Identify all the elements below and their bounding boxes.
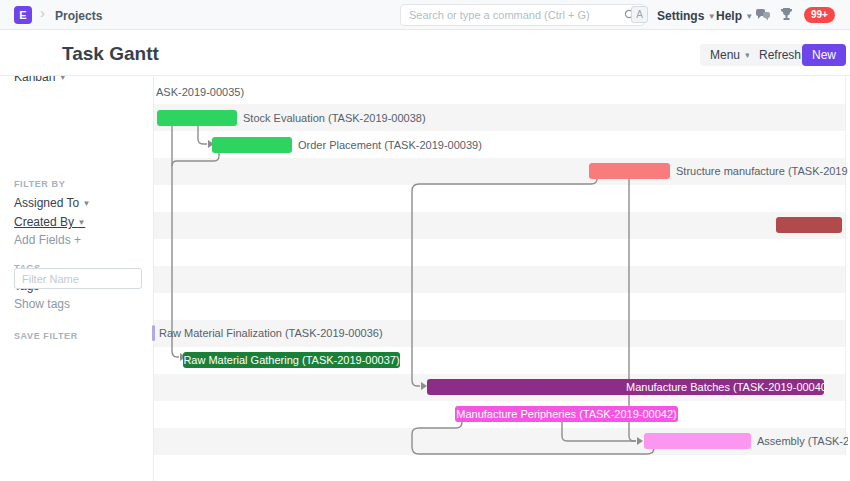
arrowhead-icon [637, 437, 643, 445]
gantt-bar-task-2019-00036[interactable] [152, 325, 155, 341]
connector-structure-to-batches [412, 178, 597, 386]
connector-order-feeder [172, 152, 219, 166]
chevron-down-icon: ▼ [745, 12, 753, 21]
task-gantt-chart: ASK-2019-00035)Stock Evaluation (TASK-20… [154, 76, 850, 481]
view-selector-kanban[interactable]: Kanban ▼ [14, 76, 67, 84]
gantt-bar-task-2019-00038[interactable] [157, 110, 237, 126]
task-label-task-2019-00038: Stock Evaluation (TASK-2019-00038) [243, 110, 443, 126]
sidebar-item-created-by[interactable]: Created By ▼ [14, 215, 85, 229]
filter-name-input[interactable] [14, 268, 142, 289]
top-navbar: E › Projects A Settings ▼ Help ▼ 99+ [0, 0, 850, 30]
breadcrumb-chevron-icon: › [40, 4, 45, 21]
sidebar-item-assigned-to[interactable]: Assigned To ▼ [14, 196, 90, 210]
connector-stock-to-order [198, 125, 207, 144]
connector-stock-to-gathering [172, 125, 179, 357]
gantt-bar-task-2019-00039[interactable] [212, 137, 292, 153]
chat-icon[interactable] [755, 7, 771, 22]
help-menu[interactable]: Help ▼ [716, 9, 753, 23]
bar-label: Raw Material Gathering (TASK-2019-00037) [183, 354, 399, 366]
connector-peripheries-loop [412, 421, 654, 454]
settings-menu[interactable]: Settings ▼ [657, 9, 716, 23]
trophy-icon[interactable] [780, 7, 793, 22]
page-header: Task Gantt Menu ▼ Refresh New [0, 30, 850, 76]
task-label-task-2019-00041: Structure manufacture (TASK-2019-00 [676, 163, 848, 179]
gantt-bar-task-2019-00041[interactable] [589, 163, 670, 179]
gantt-bar-task-2019-00042[interactable]: Manufacture Peripheries (TASK-2019-00042… [455, 406, 678, 422]
user-avatar[interactable]: A [631, 6, 648, 23]
task-label-task-2019-00036: Raw Material Finalization (TASK-2019-000… [159, 325, 409, 341]
sidebar-section-heading: SAVE FILTER [14, 331, 78, 341]
chevron-down-icon: ▼ [59, 76, 67, 82]
sidebar-section-heading: FILTER BY [14, 179, 65, 189]
sidebar-item-show-tags[interactable]: Show tags [14, 297, 70, 311]
chevron-down-icon: ▼ [77, 218, 85, 227]
notification-count-badge[interactable]: 99+ [804, 7, 835, 23]
sidebar-item-add-fields-[interactable]: Add Fields + [14, 233, 81, 247]
filter-sidebar: Kanban ▼ FILTER BYAssigned To ▼Created B… [0, 76, 154, 481]
page-title: Task Gantt [62, 43, 159, 65]
gantt-bar-task-2019-00043[interactable] [644, 433, 751, 449]
breadcrumb[interactable]: Projects [55, 9, 102, 23]
bar-label: Manufacture Peripheries (TASK-2019-00042… [456, 408, 677, 420]
task-label-task-2019-00040: Manufacture Batches (TASK-2019-00040) [626, 379, 826, 395]
app-logo[interactable]: E [14, 6, 32, 24]
chevron-down-icon: ▼ [708, 12, 716, 21]
connector-structure-to-assembly [629, 178, 636, 441]
task-label-task-2019-00035: ASK-2019-00035) [156, 84, 276, 100]
gantt-bar-task-2019-00037[interactable]: Raw Material Gathering (TASK-2019-00037) [183, 352, 400, 368]
global-search [400, 4, 645, 26]
task-label-task-2019-00039: Order Placement (TASK-2019-00039) [298, 137, 498, 153]
search-input[interactable] [409, 9, 624, 21]
task-label-task-2019-00043: Assembly (TASK-2 [757, 433, 848, 449]
gantt-bar-task-unlabeled-red[interactable] [776, 217, 842, 233]
chevron-down-icon: ▼ [83, 199, 91, 208]
connector-peripheries-to-assembly [562, 421, 636, 441]
new-button[interactable]: New [802, 44, 846, 66]
